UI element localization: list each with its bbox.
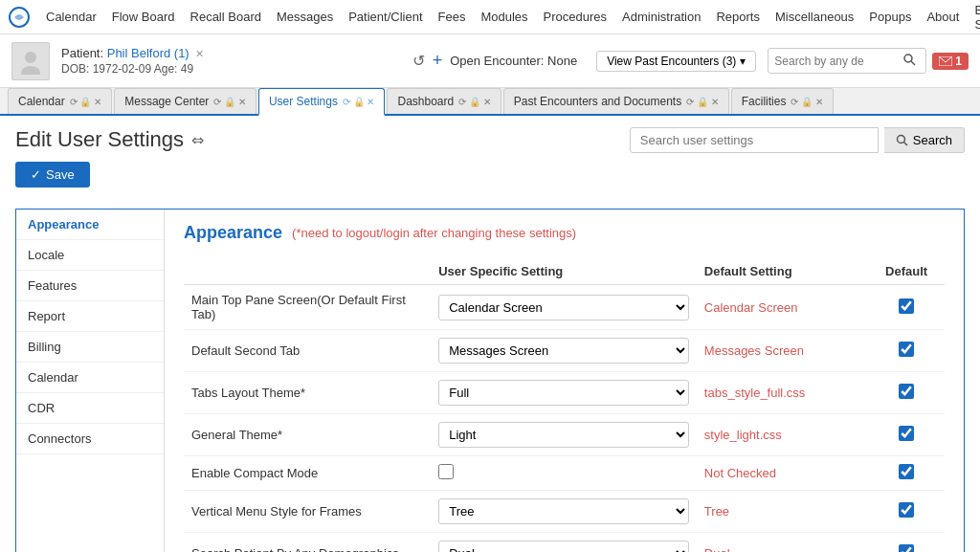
sidebar-item-billing[interactable]: Billing: [16, 332, 164, 363]
tab-message-center-label: Message Center: [124, 95, 209, 108]
setting-default-checkbox-cell: [868, 372, 945, 414]
settings-search-button[interactable]: Search: [884, 127, 965, 153]
svg-point-6: [897, 136, 904, 144]
svg-point-1: [25, 52, 36, 63]
sidebar-item-appearance[interactable]: Appearance: [16, 210, 164, 240]
patient-search-input[interactable]: [774, 55, 899, 68]
patient-name-link[interactable]: Phil Belford (1): [107, 46, 189, 60]
settings-sidebar: Appearance Locale Features Report Billin…: [16, 210, 165, 552]
sidebar-item-report[interactable]: Report: [16, 301, 164, 332]
setting-select[interactable]: LightDarkBlue: [438, 422, 689, 448]
svg-point-3: [904, 55, 912, 62]
sidebar-item-connectors[interactable]: Connectors: [16, 424, 164, 454]
tab-user-settings[interactable]: User Settings ⟳ 🔒 ✕: [258, 88, 386, 116]
tab-facilities-label: Facilities: [742, 95, 787, 108]
setting-label: Search Patient By Any Demographics: [184, 533, 431, 553]
sidebar-item-cdr[interactable]: CDR: [16, 393, 164, 424]
col-default-header: Default Setting: [697, 258, 868, 285]
default-checkbox[interactable]: [899, 502, 914, 518]
move-icon: ⇔: [191, 131, 204, 149]
setting-select[interactable]: Calendar ScreenMessages ScreenDashboardF…: [438, 295, 689, 320]
setting-select[interactable]: DualSingleAdvanced: [438, 541, 689, 552]
nav-recall-board[interactable]: Recall Board: [183, 0, 269, 34]
setting-select[interactable]: TreeListIcons: [438, 498, 689, 524]
tab-dashboard-label: Dashboard: [397, 95, 454, 108]
nav-calendar[interactable]: Calendar: [38, 0, 104, 34]
mail-count: 1: [955, 55, 962, 68]
setting-user-control: TreeListIcons: [431, 491, 697, 533]
settings-row: Search Patient By Any DemographicsDualSi…: [184, 533, 945, 553]
patient-bar: Patient: Phil Belford (1) ✕ DOB: 1972-02…: [0, 34, 980, 88]
tab-dashboard[interactable]: Dashboard ⟳ 🔒 ✕: [387, 88, 501, 114]
tabs-bar: Calendar ⟳ 🔒 ✕ Message Center ⟳ 🔒 ✕ User…: [0, 88, 980, 116]
compact-mode-checkbox[interactable]: [438, 464, 454, 479]
setting-select[interactable]: Messages ScreenCalendar ScreenDashboardF…: [438, 338, 689, 364]
default-checkbox[interactable]: [899, 342, 914, 357]
section-title-text: Appearance: [184, 223, 282, 243]
default-checkbox[interactable]: [899, 464, 914, 479]
default-checkbox[interactable]: [899, 426, 914, 441]
tab-user-settings-label: User Settings: [269, 95, 338, 108]
sidebar-item-locale[interactable]: Locale: [16, 240, 164, 271]
user-name: Billy Smith: [967, 3, 980, 32]
sidebar-item-features[interactable]: Features: [16, 271, 164, 301]
nav-about[interactable]: About: [919, 0, 967, 34]
tab-past-encounters[interactable]: Past Encounters and Documents ⟳ 🔒 ✕: [503, 88, 729, 114]
section-subtitle: (*need to logout/login after changing th…: [292, 226, 576, 240]
default-checkbox[interactable]: [899, 544, 914, 552]
setting-default-checkbox-cell: [868, 414, 945, 456]
tab-calendar-label: Calendar: [18, 95, 65, 108]
tab-facilities-icons: ⟳ 🔒 ✕: [791, 97, 823, 107]
add-encounter-icon[interactable]: +: [433, 51, 443, 71]
section-title: Appearance (*need to logout/login after …: [184, 223, 945, 243]
svg-line-4: [911, 61, 915, 65]
setting-default-checkbox-cell: [868, 285, 945, 330]
tab-facilities[interactable]: Facilities ⟳ 🔒 ✕: [731, 88, 834, 114]
view-past-encounters-btn[interactable]: View Past Encounters (3) ▾: [596, 51, 756, 72]
nav-miscellaneous[interactable]: Miscellaneous: [768, 0, 861, 34]
setting-default-value: style_light.css: [697, 414, 868, 456]
top-navigation: Calendar Flow Board Recall Board Message…: [0, 0, 980, 34]
remove-patient-icon[interactable]: ✕: [195, 48, 204, 59]
nav-popups[interactable]: Popups: [861, 0, 919, 34]
open-encounter-label: Open Encounter: None: [450, 54, 577, 68]
default-checkbox[interactable]: [899, 384, 914, 399]
save-button[interactable]: ✓ Save: [15, 162, 90, 188]
mail-badge[interactable]: 1: [932, 53, 969, 70]
tab-calendar[interactable]: Calendar ⟳ 🔒 ✕: [8, 88, 112, 114]
patient-search-area: 1: [768, 48, 969, 74]
nav-fees[interactable]: Fees: [431, 0, 474, 34]
dropdown-arrow-icon: ▾: [740, 55, 746, 68]
patient-label: Patient:: [61, 46, 103, 60]
nav-administration[interactable]: Administration: [614, 0, 708, 34]
col-default-chk-header: Default: [868, 258, 945, 285]
setting-default-value: Tree: [697, 491, 868, 533]
nav-patient-client[interactable]: Patient/Client: [341, 0, 430, 34]
app-logo[interactable]: [8, 6, 31, 29]
tab-past-encounters-icons: ⟳ 🔒 ✕: [686, 97, 719, 107]
setting-select[interactable]: FullCompactMinimal: [438, 380, 689, 406]
nav-modules[interactable]: Modules: [473, 0, 535, 34]
settings-row: Default Second TabMessages ScreenCalenda…: [184, 330, 945, 372]
setting-label: Tabs Layout Theme*: [184, 372, 431, 414]
patient-search-btn[interactable]: [899, 51, 920, 71]
default-checkbox[interactable]: [899, 298, 914, 314]
setting-default-checkbox-cell: [868, 533, 945, 553]
sidebar-item-calendar[interactable]: Calendar: [16, 363, 164, 393]
tab-dashboard-icons: ⟳ 🔒 ✕: [458, 97, 491, 107]
page-content: Edit User Settings ⇔ ✓ Save Search Appea…: [0, 116, 980, 552]
tab-message-center[interactable]: Message Center ⟳ 🔒 ✕: [114, 88, 256, 114]
nav-messages[interactable]: Messages: [269, 0, 341, 34]
nav-procedures[interactable]: Procedures: [536, 0, 614, 34]
settings-search-input[interactable]: [630, 127, 879, 153]
nav-flow-board[interactable]: Flow Board: [104, 0, 183, 34]
settings-row: Vertical Menu Style for FramesTreeListIc…: [184, 491, 945, 533]
setting-label: Default Second Tab: [184, 330, 431, 372]
svg-point-2: [21, 66, 40, 75]
nav-reports[interactable]: Reports: [708, 0, 768, 34]
page-title: Edit User Settings ⇔: [15, 127, 204, 152]
encounter-history-icon[interactable]: ↺: [412, 52, 425, 70]
setting-user-control: DualSingleAdvanced: [431, 533, 697, 553]
setting-user-control: LightDarkBlue: [431, 414, 697, 456]
setting-default-value: Dual: [697, 533, 868, 553]
